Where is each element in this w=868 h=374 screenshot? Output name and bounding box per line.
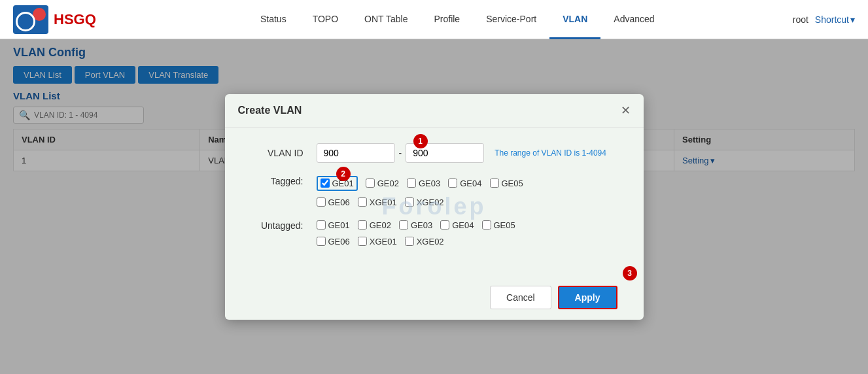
untagged-ports-row2: GE06 XGE01 XGE02 [317, 237, 515, 246]
tagged-xge01-checkbox[interactable] [358, 197, 367, 207]
untagged-ge06-item[interactable]: GE06 [317, 237, 350, 246]
modal-footer: Cancel Apply 3 [225, 275, 644, 320]
vlan-id-label: VLAN ID [251, 148, 304, 158]
annotation-2: 2 [336, 167, 351, 181]
untagged-xge02-item[interactable]: XGE02 [405, 237, 444, 246]
modal-header: Create VLAN ✕ [225, 94, 644, 128]
vlan-range-hint: The range of VLAN ID is 1-4094 [495, 148, 606, 158]
untagged-ge04-checkbox[interactable] [440, 220, 449, 230]
chevron-down-icon: ▾ [850, 14, 855, 25]
vlan-id-inputs: - The range of VLAN ID is 1-4094 [317, 143, 606, 163]
tagged-xge01-item[interactable]: XGE01 [358, 197, 397, 207]
tagged-ge04-checkbox[interactable] [448, 178, 457, 188]
modal-close-button[interactable]: ✕ [621, 105, 631, 116]
tagged-ge01-checkbox[interactable] [321, 178, 330, 188]
nav-service-port[interactable]: Service-Port [473, 0, 549, 39]
untagged-ge01-item[interactable]: GE01 [317, 220, 350, 230]
logo-area: HSGQ [13, 5, 96, 34]
nav-user: root [793, 14, 808, 25]
untagged-label: Untagged: [251, 220, 304, 231]
untagged-ge02-checkbox[interactable] [358, 220, 367, 230]
logo-icon [13, 5, 48, 34]
nav-advanced[interactable]: Advanced [600, 0, 667, 39]
untagged-ge05-item[interactable]: GE05 [482, 220, 515, 230]
modal-overlay: Forolep Create VLAN ✕ VLAN ID - The rang… [0, 39, 868, 374]
modal-title: Create VLAN [238, 105, 302, 116]
tagged-ge02-checkbox[interactable] [366, 178, 375, 188]
nav-ont-table[interactable]: ONT Table [351, 0, 421, 39]
cancel-button[interactable]: Cancel [490, 286, 551, 309]
untagged-ge04-item[interactable]: GE04 [440, 220, 474, 230]
tagged-ge03-item[interactable]: GE03 [407, 178, 440, 188]
nav-menu: Status TOPO ONT Table Profile Service-Po… [122, 0, 793, 39]
tagged-label: Tagged: [251, 176, 304, 186]
vlan-id-separator: - [399, 148, 402, 158]
untagged-ports-row1: GE01 GE02 GE03 [317, 220, 515, 230]
tagged-ge06-checkbox[interactable] [317, 197, 326, 207]
page-content: VLAN Config VLAN List Port VLAN VLAN Tra… [0, 39, 868, 374]
header: HSGQ Status TOPO ONT Table Profile Servi… [0, 0, 868, 39]
logo-text: HSGQ [54, 11, 96, 28]
create-vlan-modal: Create VLAN ✕ VLAN ID - The range of VLA… [225, 94, 644, 320]
tagged-xge02-checkbox[interactable] [405, 197, 414, 207]
tagged-xge02-item[interactable]: XGE02 [405, 197, 444, 207]
tagged-ports-row2: GE06 XGE01 XGE02 [317, 197, 523, 207]
untagged-xge02-checkbox[interactable] [405, 237, 414, 246]
tagged-ge03-checkbox[interactable] [407, 178, 416, 188]
untagged-ge06-checkbox[interactable] [317, 237, 326, 246]
tagged-ge04-item[interactable]: GE04 [448, 178, 481, 188]
untagged-xge01-item[interactable]: XGE01 [358, 237, 397, 246]
tagged-ge05-checkbox[interactable] [490, 178, 499, 188]
nav-profile[interactable]: Profile [421, 0, 473, 39]
nav-shortcut[interactable]: Shortcut ▾ [815, 14, 855, 25]
nav-right: root Shortcut ▾ [793, 14, 855, 25]
tagged-row: Tagged: GE01 GE02 [251, 176, 617, 207]
untagged-xge01-checkbox[interactable] [358, 237, 367, 246]
tagged-ge05-item[interactable]: GE05 [490, 178, 523, 188]
annotation-3: 3 [623, 266, 637, 280]
untagged-ge03-checkbox[interactable] [399, 220, 408, 230]
untagged-ge01-checkbox[interactable] [317, 220, 326, 230]
apply-button[interactable]: Apply [558, 286, 617, 309]
vlan-id-from-input[interactable] [317, 143, 395, 163]
tagged-ge06-item[interactable]: GE06 [317, 197, 350, 207]
untagged-ge03-item[interactable]: GE03 [399, 220, 432, 230]
modal-body: VLAN ID - The range of VLAN ID is 1-4094… [225, 128, 644, 275]
tagged-ge02-item[interactable]: GE02 [366, 178, 399, 188]
untagged-ge02-item[interactable]: GE02 [358, 220, 391, 230]
untagged-row: Untagged: GE01 GE02 [251, 220, 617, 246]
vlan-id-row: VLAN ID - The range of VLAN ID is 1-4094… [251, 143, 617, 163]
nav-vlan[interactable]: VLAN [549, 0, 600, 39]
nav-status[interactable]: Status [247, 0, 300, 39]
untagged-ge05-checkbox[interactable] [482, 220, 491, 230]
annotation-1: 1 [413, 134, 428, 148]
nav-topo[interactable]: TOPO [300, 0, 351, 39]
